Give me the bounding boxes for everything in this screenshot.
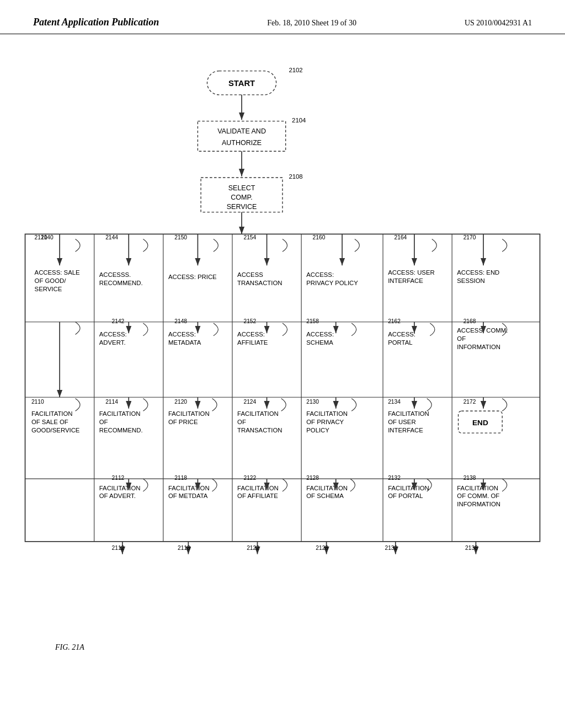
svg-rect-5 — [198, 121, 285, 152]
svg-text:OF: OF — [457, 335, 466, 342]
svg-text:2148: 2148 — [174, 318, 187, 324]
svg-text:FACILITATION: FACILITATION — [237, 410, 279, 417]
svg-text:FACILITATION: FACILITATION — [168, 410, 210, 417]
svg-text:AUTHORIZE: AUTHORIZE — [222, 139, 262, 147]
svg-text:OF SCHEMA: OF SCHEMA — [306, 493, 344, 499]
svg-text:2152: 2152 — [243, 318, 256, 324]
svg-text:SERVICE: SERVICE — [35, 286, 62, 292]
svg-text:COMP.: COMP. — [231, 194, 252, 201]
svg-text:OF: OF — [99, 419, 108, 425]
svg-text:FACILITATION: FACILITATION — [99, 485, 141, 491]
svg-text:OF COMM. OF: OF COMM. OF — [457, 493, 499, 499]
svg-text:2144: 2144 — [105, 234, 118, 240]
svg-text:FACILITATION: FACILITATION — [388, 485, 429, 491]
svg-text:2162: 2162 — [388, 318, 401, 324]
svg-text:2132: 2132 — [388, 475, 401, 481]
svg-text:SCHEMA: SCHEMA — [306, 339, 333, 346]
svg-text:ACCESS: END: ACCESS: END — [457, 269, 499, 276]
publication-date-sheet: Feb. 18, 2010 Sheet 19 of 30 — [267, 19, 356, 28]
publication-title: Patent Application Publication — [33, 17, 159, 28]
svg-text:OF USER: OF USER — [388, 419, 416, 425]
svg-text:ACCESS:: ACCESS: — [388, 331, 415, 338]
svg-text:OF GOOD/: OF GOOD/ — [35, 277, 67, 284]
publication-number: US 2010/0042931 A1 — [465, 19, 532, 28]
svg-text:END: END — [472, 419, 488, 427]
svg-text:SERVICE: SERVICE — [227, 203, 257, 211]
svg-text:ACCESS:: ACCESS: — [306, 271, 334, 278]
svg-text:2108: 2108 — [289, 173, 302, 180]
svg-text:2114: 2114 — [105, 399, 118, 405]
svg-text:ADVERT.: ADVERT. — [99, 339, 126, 346]
svg-text:INTERFACE: INTERFACE — [388, 427, 423, 433]
svg-text:VALIDATE AND: VALIDATE AND — [217, 127, 266, 135]
svg-text:FACILITATION: FACILITATION — [99, 410, 141, 417]
svg-text:2122: 2122 — [243, 475, 256, 481]
svg-text:INFORMATION: INFORMATION — [457, 344, 500, 350]
svg-text:2132: 2132 — [385, 545, 397, 551]
svg-text:OF: OF — [237, 419, 246, 425]
svg-text:START: START — [228, 79, 255, 88]
svg-text:2154: 2154 — [243, 234, 256, 240]
flowchart-svg: START 2102 VALIDATE AND AUTHORIZE 2104 S… — [0, 34, 565, 685]
svg-text:2158: 2158 — [306, 318, 319, 324]
svg-text:INFORMATION: INFORMATION — [457, 501, 500, 507]
svg-text:ACCESS:: ACCESS: — [306, 331, 334, 338]
svg-text:2110: 2110 — [31, 399, 44, 405]
svg-text:SELECT: SELECT — [228, 184, 255, 192]
svg-text:SESSION: SESSION — [457, 277, 485, 284]
svg-text:OF PORTAL: OF PORTAL — [388, 493, 423, 499]
svg-text:2112: 2112 — [112, 475, 125, 481]
svg-text:2118: 2118 — [178, 545, 190, 551]
svg-text:TRANSACTION: TRANSACTION — [237, 280, 282, 286]
svg-text:2112: 2112 — [112, 545, 125, 551]
svg-text:OF ADVERT.: OF ADVERT. — [99, 493, 136, 499]
svg-text:FACILITATION: FACILITATION — [168, 485, 210, 491]
svg-text:2130: 2130 — [306, 399, 319, 405]
svg-text:2118: 2118 — [174, 475, 187, 481]
svg-text:2110: 2110 — [35, 234, 47, 240]
svg-text:2160: 2160 — [313, 234, 326, 240]
svg-text:PORTAL: PORTAL — [388, 339, 412, 346]
svg-text:OF PRIVACY: OF PRIVACY — [306, 419, 344, 425]
svg-text:RECOMMEND.: RECOMMEND. — [99, 280, 143, 286]
svg-text:ACCESS: USER: ACCESS: USER — [388, 269, 435, 276]
svg-text:ACCESS: COMM.: ACCESS: COMM. — [457, 327, 508, 334]
svg-text:ACCESS: PRICE: ACCESS: PRICE — [168, 274, 217, 280]
svg-text:GOOD/SERVICE: GOOD/SERVICE — [31, 427, 80, 433]
svg-text:2124: 2124 — [243, 399, 256, 405]
svg-text:FACILITATION: FACILITATION — [306, 410, 348, 417]
svg-text:2128: 2128 — [306, 475, 319, 481]
svg-text:ACCESS:: ACCESS: — [237, 331, 265, 338]
svg-text:OF SALE OF: OF SALE OF — [31, 419, 68, 425]
svg-text:2150: 2150 — [174, 234, 187, 240]
svg-text:FACILITATION: FACILITATION — [237, 485, 279, 491]
svg-text:2102: 2102 — [289, 67, 302, 73]
svg-text:RECOMMEND.: RECOMMEND. — [99, 427, 143, 433]
svg-text:PRIVACY POLICY: PRIVACY POLICY — [306, 280, 358, 286]
svg-text:AFFILIATE: AFFILIATE — [237, 339, 268, 346]
svg-text:ACCESS:: ACCESS: — [99, 331, 127, 338]
svg-text:POLICY: POLICY — [306, 427, 329, 433]
svg-text:METADATA: METADATA — [168, 339, 201, 346]
svg-text:2104: 2104 — [292, 117, 306, 124]
svg-text:2138: 2138 — [463, 475, 476, 481]
diagram-area: START 2102 VALIDATE AND AUTHORIZE 2104 S… — [0, 34, 565, 685]
svg-text:2120: 2120 — [174, 399, 187, 405]
svg-text:2142: 2142 — [112, 318, 125, 324]
svg-text:OF METDATA: OF METDATA — [168, 493, 208, 499]
svg-text:2122: 2122 — [247, 545, 259, 551]
svg-text:2134: 2134 — [388, 399, 401, 405]
svg-text:FACILITATION: FACILITATION — [457, 485, 498, 491]
svg-text:FACILITATION: FACILITATION — [388, 410, 429, 417]
svg-text:FACILITATION: FACILITATION — [31, 410, 73, 417]
svg-text:FACILITATION: FACILITATION — [306, 485, 348, 491]
figure-label: FIG. 21A — [55, 643, 84, 652]
svg-text:INTERFACE: INTERFACE — [388, 277, 423, 284]
svg-text:OF PRICE: OF PRICE — [168, 419, 198, 425]
svg-text:ACCESS:: ACCESS: — [168, 331, 196, 338]
svg-text:2138: 2138 — [465, 545, 478, 551]
svg-text:ACCESS: SALE: ACCESS: SALE — [35, 269, 80, 276]
svg-text:2128: 2128 — [316, 545, 328, 551]
svg-text:2164: 2164 — [395, 234, 407, 240]
svg-text:2172: 2172 — [463, 399, 476, 405]
